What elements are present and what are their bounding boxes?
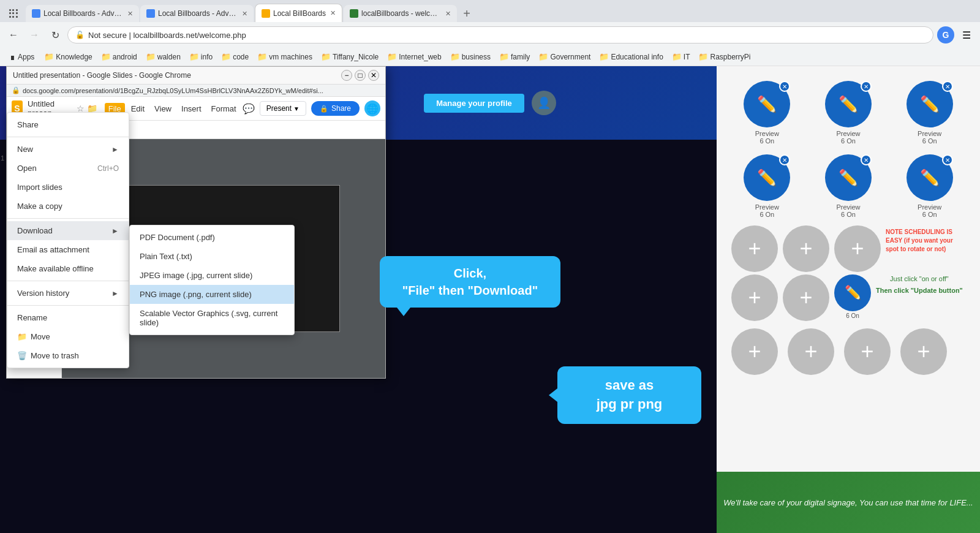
manage-profile-button[interactable]: Manage your profile	[424, 94, 524, 113]
green-notes-col: Just click "on or off" Then click "Updat…	[876, 274, 963, 296]
minimize-button[interactable]: −	[341, 70, 352, 81]
blue-circle-6[interactable]: ✕ ✏️	[907, 154, 953, 201]
circle-label-2: Preview6 On	[836, 130, 860, 145]
bookmark-vmmachines[interactable]: 📁 vm machines	[254, 51, 316, 62]
gray-circle-10[interactable]: +	[731, 274, 778, 321]
menu-edit[interactable]: Edit	[127, 103, 148, 115]
folder-icon-code: 📁	[221, 52, 231, 61]
special-blue-circle[interactable]: ✏️	[834, 274, 871, 311]
gray-circle-9[interactable]: +	[834, 225, 881, 272]
x-btn-2[interactable]: ✕	[861, 81, 872, 92]
bookmark-code[interactable]: 📁 code	[217, 51, 252, 62]
address-input-wrap[interactable]: 🔓 Not secure | localbillboards.net/welco…	[67, 26, 933, 43]
menu-download-item[interactable]: Download ►	[7, 221, 129, 240]
x-btn-4[interactable]: ✕	[779, 154, 790, 165]
submenu-txt[interactable]: Plain Text (.txt)	[130, 247, 294, 266]
browser-tab-1[interactable]: Local Billboards - Advertising ✕	[26, 5, 139, 22]
tab2-close[interactable]: ✕	[242, 10, 247, 18]
gray-circle-15[interactable]: +	[900, 328, 947, 375]
bookmark-it[interactable]: 📁 IT	[668, 51, 694, 62]
x-btn-5[interactable]: ✕	[861, 154, 872, 165]
folder-icon-knowledge: 📁	[44, 52, 54, 61]
maximize-button[interactable]: □	[355, 70, 366, 81]
gray-circle-12[interactable]: +	[731, 328, 778, 375]
browser-tab-4[interactable]: localBillboards - welcome ✕	[344, 5, 457, 22]
menu-view[interactable]: View	[151, 103, 175, 115]
bookmark-educational[interactable]: 📁 Educational info	[595, 51, 666, 62]
apps-bookmark[interactable]: ∎ Apps	[5, 51, 39, 63]
folder-icon-tiffany: 📁	[321, 52, 331, 61]
bookmark-info[interactable]: 📁 info	[186, 51, 216, 62]
bookmark-tiffany[interactable]: 📁 Tiffany_Nicole	[317, 51, 382, 62]
bookmark-family[interactable]: 📁 family	[496, 51, 533, 62]
comment-icon[interactable]: 💬	[243, 103, 255, 115]
move-label: Move	[31, 332, 50, 341]
bookmark-walden[interactable]: 📁 walden	[142, 51, 184, 62]
apps-button[interactable]	[5, 5, 22, 22]
menu-new-item[interactable]: New ►	[7, 140, 129, 159]
menu-open-item[interactable]: Open Ctrl+O	[7, 159, 129, 178]
share-button[interactable]: 🔒 Share	[311, 101, 360, 116]
tab3-close[interactable]: ✕	[330, 9, 336, 17]
forward-button[interactable]: →	[26, 26, 43, 43]
bookmark-android[interactable]: 📁 android	[97, 51, 141, 62]
plus-icon-15: +	[917, 341, 930, 363]
menu-rename-item[interactable]: Rename	[7, 308, 129, 327]
bookmark-raspberrypi[interactable]: 📁 RaspberryPi	[695, 51, 754, 62]
bookmark-government[interactable]: 📁 Government	[535, 51, 594, 62]
x-btn-1[interactable]: ✕	[779, 81, 790, 92]
menu-share-item[interactable]: Share	[7, 115, 129, 134]
slides-avatar[interactable]: 🌐	[364, 100, 380, 116]
reload-button[interactable]: ↻	[47, 26, 64, 43]
new-tab-button[interactable]: +	[458, 5, 475, 22]
browser-tab-2[interactable]: Local Billboards - Advertising ✕	[140, 5, 254, 22]
present-button[interactable]: Present ▼	[260, 101, 306, 116]
browser-tab-3[interactable]: Local BillBoards ✕	[255, 4, 342, 22]
slides-window: Untitled presentation - Google Slides - …	[6, 66, 386, 379]
blue-circle-1[interactable]: ✕ ✏️	[744, 81, 790, 127]
bookmark-internetweb[interactable]: 📁 Internet_web	[383, 51, 445, 62]
slides-title-bar: Untitled presentation - Google Slides - …	[7, 67, 385, 85]
gray-circle-14[interactable]: +	[844, 328, 891, 375]
menu-trash-item[interactable]: 🗑️ Move to trash	[7, 346, 129, 365]
menu-email-item[interactable]: Email as attachment	[7, 240, 129, 259]
trash-icon: 🗑️	[17, 351, 27, 360]
menu-format[interactable]: Format	[208, 103, 240, 115]
profile-avatar[interactable]: G	[937, 26, 954, 43]
submenu-jpeg[interactable]: JPEG image (.jpg, current slide)	[130, 266, 294, 285]
back-button[interactable]: ←	[5, 26, 22, 43]
submenu-pdf[interactable]: PDF Document (.pdf)	[130, 228, 294, 247]
menu-insert[interactable]: Insert	[178, 103, 205, 115]
folder-icon-educational: 📁	[599, 52, 609, 61]
menu-version-item[interactable]: Version history ►	[7, 284, 129, 303]
blue-circle-2[interactable]: ✕ ✏️	[825, 81, 872, 127]
share-label: Share	[331, 104, 351, 113]
circle-label-1: Preview6 On	[755, 130, 779, 145]
gray-circle-8[interactable]: +	[783, 225, 829, 272]
gray-circle-7[interactable]: +	[731, 225, 778, 272]
close-button[interactable]: ✕	[368, 70, 379, 81]
submenu-png[interactable]: PNG image (.png, current slide)	[130, 285, 294, 304]
extensions-icon[interactable]: ☰	[958, 26, 975, 43]
menu-import-item[interactable]: Import slides	[7, 178, 129, 197]
profile-icon: 👤	[532, 91, 556, 115]
x-btn-3[interactable]: ✕	[942, 81, 953, 92]
x-btn-6[interactable]: ✕	[942, 154, 953, 165]
tab1-close[interactable]: ✕	[127, 10, 133, 18]
slides-addr-bar: 🔒 docs.google.com/presentation/d/1BcgZu_…	[7, 85, 385, 97]
blue-circle-4[interactable]: ✕ ✏️	[744, 154, 790, 201]
menu-copy-item[interactable]: Make a copy	[7, 197, 129, 216]
gray-circle-11[interactable]: +	[783, 274, 829, 321]
bookmark-business[interactable]: 📁 business	[447, 51, 494, 62]
share-lock-icon: 🔒	[320, 105, 328, 113]
tab4-close[interactable]: ✕	[445, 10, 451, 18]
blue-circle-3[interactable]: ✕ ✏️	[907, 81, 953, 127]
menu-offline-item[interactable]: Make available offline	[7, 259, 129, 278]
gray-circle-13[interactable]: +	[788, 328, 834, 375]
open-shortcut: Ctrl+O	[97, 164, 119, 173]
tab-bar: Local Billboards - Advertising ✕ Local B…	[0, 0, 980, 22]
bookmark-knowledge[interactable]: 📁 Knowledge	[40, 51, 96, 62]
submenu-svg[interactable]: Scalable Vector Graphics (.svg, current …	[130, 304, 294, 332]
menu-move-item[interactable]: 📁 Move	[7, 327, 129, 346]
blue-circle-5[interactable]: ✕ ✏️	[825, 154, 872, 201]
